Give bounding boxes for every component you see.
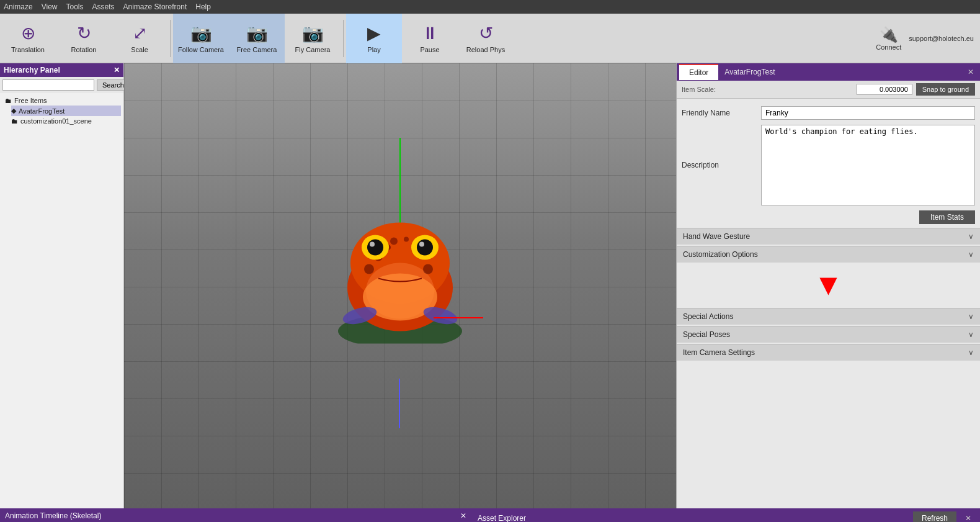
hierarchy-search-area: Search bbox=[0, 77, 123, 93]
toolbar: ⊕ Translation ↻ Rotation ⤢ Scale 📷 Follo… bbox=[0, 14, 980, 63]
editor-close-icon[interactable]: ✕ bbox=[961, 68, 980, 76]
main-area: Hierarchy Panel ✕ Search 🖿 Free Items ◆ … bbox=[0, 63, 980, 508]
folder-icon: 🖿 bbox=[5, 97, 12, 104]
svg-point-18 bbox=[419, 241, 424, 246]
description-row: Description World's champion for eating … bbox=[677, 122, 980, 208]
tree-item-label: AvatarFrogTest bbox=[19, 107, 65, 115]
hierarchy-title: Hierarchy Panel bbox=[4, 66, 60, 74]
connect-label: Connect bbox=[876, 43, 901, 51]
svg-point-14 bbox=[367, 239, 383, 255]
scale-icon: ⤢ bbox=[133, 23, 147, 43]
hand-wave-chevron: ∨ bbox=[968, 232, 974, 241]
reload-phys-label: Reload Phys bbox=[466, 46, 505, 53]
reload-phys-button[interactable]: ↺ Reload Phys bbox=[458, 14, 514, 63]
frog-svg bbox=[326, 182, 474, 343]
rotation-icon: ↻ bbox=[77, 23, 91, 43]
friendly-name-input[interactable] bbox=[761, 106, 975, 120]
snap-to-ground-button[interactable]: Snap to ground bbox=[916, 83, 975, 96]
translation-button[interactable]: ⊕ Translation bbox=[0, 14, 56, 63]
asset-explorer-header: Asset Explorer Refresh ✕ bbox=[473, 510, 980, 522]
scale-row: Item Scale: Snap to ground bbox=[677, 81, 980, 99]
scale-value-input[interactable] bbox=[857, 84, 912, 95]
free-camera-button[interactable]: 📷 Free Camera bbox=[229, 14, 285, 63]
special-actions-chevron: ∨ bbox=[968, 312, 974, 321]
pause-icon: ⏸ bbox=[421, 23, 439, 43]
customization-label: Customization Options bbox=[683, 250, 758, 259]
editor-tab[interactable]: Editor bbox=[679, 64, 718, 80]
svg-point-7 bbox=[364, 264, 374, 274]
connect-button[interactable]: 🔌 Connect bbox=[876, 26, 901, 51]
editor-content: Item Scale: Snap to ground Friendly Name… bbox=[677, 81, 980, 508]
svg-point-17 bbox=[417, 239, 433, 255]
description-textarea[interactable]: World's champion for eating flies. bbox=[761, 125, 975, 205]
menu-view[interactable]: View bbox=[42, 2, 58, 11]
special-poses-chevron: ∨ bbox=[968, 330, 974, 339]
animation-timeline-title: Animation Timeline (Skeletal) bbox=[5, 511, 101, 520]
fly-camera-label: Fly Camera bbox=[295, 46, 331, 53]
asset-explorer-panel: Asset Explorer Refresh ✕ Resources > Tes… bbox=[471, 508, 980, 522]
menu-help[interactable]: Help bbox=[195, 2, 211, 11]
svg-point-12 bbox=[404, 236, 409, 241]
translation-label: Translation bbox=[11, 46, 45, 53]
fly-camera-button[interactable]: 📷 Fly Camera bbox=[285, 14, 341, 63]
animation-timeline-header: Animation Timeline (Skeletal) ✕ bbox=[0, 510, 471, 522]
animation-close-icon[interactable]: ✕ bbox=[460, 511, 466, 520]
special-actions-section[interactable]: Special Actions ∨ bbox=[677, 308, 980, 325]
item-stats-row: Item Stats bbox=[677, 208, 980, 227]
pause-button[interactable]: ⏸ Pause bbox=[402, 14, 458, 63]
red-axis-line bbox=[434, 317, 483, 318]
folder-icon-2: 🖿 bbox=[11, 117, 18, 125]
hierarchy-close-icon[interactable]: ✕ bbox=[114, 66, 120, 74]
user-email: support@holotech.eu bbox=[909, 35, 974, 42]
tree-item-label: customization01_scene bbox=[20, 117, 92, 125]
tree-item-avatarfrogtest[interactable]: ◆ AvatarFrogTest bbox=[11, 106, 121, 116]
follow-camera-button[interactable]: 📷 Follow Camera bbox=[173, 14, 229, 63]
translation-icon: ⊕ bbox=[21, 23, 35, 43]
tree-item-label: Free Items bbox=[14, 97, 47, 104]
menu-animaze[interactable]: Animaze bbox=[4, 2, 33, 11]
play-button[interactable]: ▶ Play bbox=[346, 14, 402, 63]
follow-camera-label: Follow Camera bbox=[178, 46, 224, 53]
rotation-label: Rotation bbox=[71, 46, 97, 53]
item-stats-button[interactable]: Item Stats bbox=[919, 210, 975, 224]
special-actions-label: Special Actions bbox=[683, 312, 733, 321]
friendly-name-row: Friendly Name bbox=[677, 104, 980, 122]
fly-camera-icon: 📷 bbox=[302, 23, 324, 43]
asset-header-right: Refresh ✕ bbox=[913, 511, 975, 522]
connect-icon: 🔌 bbox=[880, 26, 898, 43]
menu-tools[interactable]: Tools bbox=[66, 2, 83, 11]
free-camera-label: Free Camera bbox=[237, 46, 277, 53]
asset-explorer-title: Asset Explorer bbox=[478, 514, 526, 522]
pause-label: Pause bbox=[420, 46, 439, 53]
camera-settings-section[interactable]: Item Camera Settings ∨ bbox=[677, 344, 980, 361]
camera-settings-chevron: ∨ bbox=[968, 348, 974, 357]
down-arrow-icon: ▼ bbox=[814, 268, 844, 302]
refresh-button[interactable]: Refresh bbox=[913, 511, 956, 522]
hierarchy-panel: Hierarchy Panel ✕ Search 🖿 Free Items ◆ … bbox=[0, 63, 124, 508]
menu-assets[interactable]: Assets bbox=[92, 2, 115, 11]
customization-section[interactable]: Customization Options ∨ bbox=[677, 246, 980, 263]
svg-point-11 bbox=[390, 237, 398, 245]
free-camera-icon: 📷 bbox=[246, 23, 268, 43]
connect-area: 🔌 Connect support@holotech.eu bbox=[876, 26, 980, 51]
reload-phys-icon: ↺ bbox=[479, 23, 493, 43]
scale-label: Item Scale: bbox=[682, 86, 716, 93]
tree-group-free-items: ◆ AvatarFrogTest 🖿 customization01_scene bbox=[2, 106, 121, 126]
asset-close-icon[interactable]: ✕ bbox=[961, 514, 975, 522]
separator-2 bbox=[343, 20, 344, 57]
special-poses-label: Special Poses bbox=[683, 330, 730, 339]
play-label: Play bbox=[367, 46, 380, 53]
search-input[interactable] bbox=[2, 79, 94, 91]
special-poses-section[interactable]: Special Poses ∨ bbox=[677, 326, 980, 343]
menu-storefront[interactable]: Animaze Storefront bbox=[123, 2, 187, 11]
scale-button[interactable]: ⤢ Scale bbox=[112, 14, 167, 63]
svg-point-10 bbox=[423, 264, 433, 274]
tree-item-free-items[interactable]: 🖿 Free Items bbox=[2, 96, 121, 106]
rotation-button[interactable]: ↻ Rotation bbox=[56, 14, 112, 63]
separator-1 bbox=[170, 20, 171, 57]
hand-wave-section[interactable]: Hand Wave Gesture ∨ bbox=[677, 228, 980, 245]
follow-camera-icon: 📷 bbox=[190, 23, 212, 43]
right-panel: Editor AvatarFrogTest ✕ Item Scale: Snap… bbox=[676, 63, 980, 508]
viewport[interactable] bbox=[124, 63, 676, 508]
tree-item-customization[interactable]: 🖿 customization01_scene bbox=[11, 116, 121, 126]
